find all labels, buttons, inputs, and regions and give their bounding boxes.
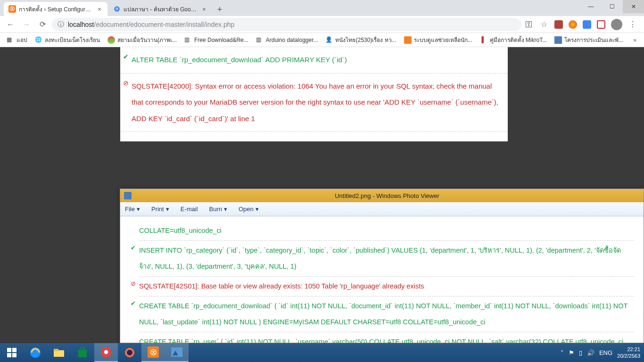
- tray-time: 22:21: [617, 346, 640, 353]
- minimize-button[interactable]: —: [580, 0, 602, 13]
- ext-icon-4[interactable]: [597, 20, 605, 29]
- bookmark-item[interactable]: ▐คู่มือการติดตั้ง MikroT...: [477, 33, 550, 46]
- site-info-icon[interactable]: ⓘ: [58, 20, 64, 29]
- pv-menu-open[interactable]: Open ▾: [239, 206, 259, 213]
- dropdown-icon: ▾: [137, 206, 140, 213]
- xampp-icon: [404, 36, 412, 44]
- pv-menu-burn[interactable]: Burn ▾: [209, 206, 227, 213]
- bars-icon: ▥: [256, 36, 264, 44]
- tab-1[interactable]: ⓧ การติดตั้ง › Setup Configuration Fi...…: [4, 2, 107, 16]
- error-icon: ⊘: [120, 78, 132, 87]
- translate-ext-icon[interactable]: [583, 20, 591, 29]
- svg-rect-4: [7, 353, 11, 357]
- svg-point-13: [104, 350, 108, 354]
- bookmark-star-icon[interactable]: ☆: [539, 20, 549, 29]
- log-text: SQLSTATE[42S01]: Base table or view alre…: [139, 279, 634, 294]
- bookmark-item[interactable]: สยามเมื่อวันวาน(ภาพเ...: [105, 33, 180, 46]
- tray-date: 20/2/2563: [617, 353, 640, 359]
- log-row: COLLATE=utf8_unicode_ci: [139, 221, 634, 241]
- forward-button[interactable]: →: [20, 18, 33, 31]
- tray-clock[interactable]: 22:21 20/2/2563: [617, 346, 640, 360]
- svg-rect-7: [54, 350, 64, 357]
- log-row: ✔ ALTER TABLE `rp_edocument_download` AD…: [120, 47, 508, 74]
- check-icon: ✔: [129, 298, 137, 307]
- taskbar-ie[interactable]: [24, 343, 47, 362]
- bookmark-item[interactable]: ▥Free Download&Re...: [182, 34, 251, 46]
- log-text: CREATE TABLE `rp_edocument_download` ( `…: [139, 298, 634, 330]
- pv-menu-email[interactable]: E-mail: [181, 206, 198, 213]
- taskbar-explorer[interactable]: [47, 343, 71, 362]
- log-text: CREATE TABLE `rp_user` ( `id` int(11) NO…: [139, 334, 634, 343]
- page-viewport: ✔ ALTER TABLE `rp_edocument_download` AD…: [0, 47, 644, 362]
- log-row: ✔ INSERT INTO `rp_category` (`id`, `type…: [139, 241, 634, 277]
- profile-avatar[interactable]: [611, 19, 622, 30]
- log-row: ✔ CREATE TABLE `rp_edocument_download` (…: [139, 296, 634, 332]
- tray-batt-ance-icon[interactable]: ▯: [579, 349, 582, 356]
- bookmarks-bar: ▦แอป 🌐ลงทะเบียนเน็ตโรงเรียน สยามเมื่อวัน…: [0, 33, 644, 47]
- photo-viewer-menubar: File ▾ Print ▾ E-mail Burn ▾ Open ▾: [120, 202, 644, 216]
- taskbar-photoviewer[interactable]: [165, 343, 189, 362]
- adobe-ext-icon[interactable]: [554, 20, 563, 29]
- google-icon: G: [113, 5, 121, 13]
- close-window-button[interactable]: ✕: [623, 0, 644, 13]
- blue-icon: [554, 36, 562, 44]
- taskbar-xampp[interactable]: ⓧ: [141, 343, 165, 362]
- log-text: COLLATE=utf8_unicode_ci: [139, 223, 634, 239]
- tray-lang[interactable]: ENG: [599, 349, 612, 356]
- taskbar-firefox[interactable]: [118, 343, 141, 362]
- error-icon: ⊘: [129, 279, 137, 287]
- system-tray: ˄ ⚑ ▯ 🔊 ENG 22:21 20/2/2563: [561, 346, 644, 360]
- face-icon: 👤: [325, 36, 333, 44]
- taskbar-store[interactable]: [71, 343, 94, 362]
- bookmark-item[interactable]: 👤หนังไทย(2530)เรื่อง หว...: [322, 33, 399, 46]
- photo-viewer-app-icon: [124, 192, 132, 199]
- pv-menu-print[interactable]: Print ▾: [151, 206, 169, 213]
- bookmark-item[interactable]: 🌐ลงทะเบียนเน็ตโรงเรียน: [32, 33, 103, 46]
- password-key-icon[interactable]: ⚿: [524, 20, 534, 29]
- tab-title: แปลภาษา - ค้นหาด้วย Google: [124, 5, 198, 14]
- apps-bookmark[interactable]: ▦แอป: [4, 33, 30, 46]
- photo-viewer-title: Untitled2.png - Windows Photo Viewer: [134, 192, 640, 199]
- bookmark-item[interactable]: ▥Arduino datalogger...: [253, 34, 321, 46]
- tab-strip: ⓧ การติดตั้ง › Setup Configuration Fi...…: [0, 0, 644, 16]
- url-path: /edocument/edocument-master/install/inde…: [94, 21, 234, 28]
- install-log-panel: ✔ ALTER TABLE `rp_edocument_download` AD…: [120, 47, 508, 141]
- photo-viewer-body: COLLATE=utf8_unicode_ci ✔ INSERT INTO `r…: [120, 216, 644, 343]
- tab-2[interactable]: G แปลภาษา - ค้นหาด้วย Google ×: [108, 2, 212, 16]
- new-tab-button[interactable]: +: [213, 3, 226, 16]
- reload-button[interactable]: ⟳: [36, 18, 49, 31]
- ext-icon-2[interactable]: [569, 20, 577, 29]
- color-icon: [107, 36, 115, 44]
- log-row: CREATE TABLE `rp_user` ( `id` int(11) NO…: [139, 332, 634, 343]
- tab-close-icon[interactable]: ×: [96, 6, 103, 12]
- bookmarks-overflow[interactable]: »: [629, 37, 640, 43]
- start-button[interactable]: [0, 343, 24, 362]
- log-row: ⊘ SQLSTATE[42000]: Syntax error or acces…: [120, 74, 508, 132]
- bars-icon: ▥: [184, 36, 192, 44]
- tray-volume-icon[interactable]: 🔊: [587, 349, 594, 356]
- url-host: localhost: [68, 21, 94, 28]
- dropdown-icon: ▾: [256, 206, 259, 213]
- svg-rect-5: [12, 353, 17, 357]
- svg-rect-2: [7, 348, 11, 352]
- bookmark-item[interactable]: โครงการประเมินและพั...: [552, 33, 626, 46]
- back-button[interactable]: ←: [4, 18, 17, 31]
- tray-flag-icon[interactable]: ⚑: [569, 349, 574, 356]
- red-icon: ▐: [480, 36, 487, 44]
- svg-rect-10: [81, 348, 84, 351]
- apps-grid-icon: ▦: [7, 36, 14, 44]
- xampp-icon: ⓧ: [8, 5, 16, 13]
- tray-up-icon[interactable]: ˄: [561, 349, 564, 356]
- bookmark-item[interactable]: ระบบดูแลช่วยเหลือนัก...: [401, 33, 475, 46]
- log-text: ALTER TABLE `rp_edocument_download` ADD …: [132, 52, 504, 68]
- chrome-menu-icon[interactable]: ⋮: [628, 20, 637, 29]
- taskbar-chrome[interactable]: [94, 343, 118, 362]
- photo-viewer-titlebar[interactable]: Untitled2.png - Windows Photo Viewer: [120, 189, 644, 202]
- log-text: INSERT INTO `rp_category` (`id`, `type`,…: [139, 243, 634, 274]
- maximize-button[interactable]: ☐: [602, 0, 623, 13]
- tab-close-icon[interactable]: ×: [201, 6, 207, 12]
- pv-menu-file[interactable]: File ▾: [125, 206, 140, 213]
- svg-text:G: G: [116, 7, 118, 10]
- address-bar[interactable]: ⓘ localhost/edocument/edocument-master/i…: [52, 18, 521, 31]
- taskbar: ⓧ ˄ ⚑ ▯ 🔊 ENG 22:21 20/2/2563: [0, 343, 644, 362]
